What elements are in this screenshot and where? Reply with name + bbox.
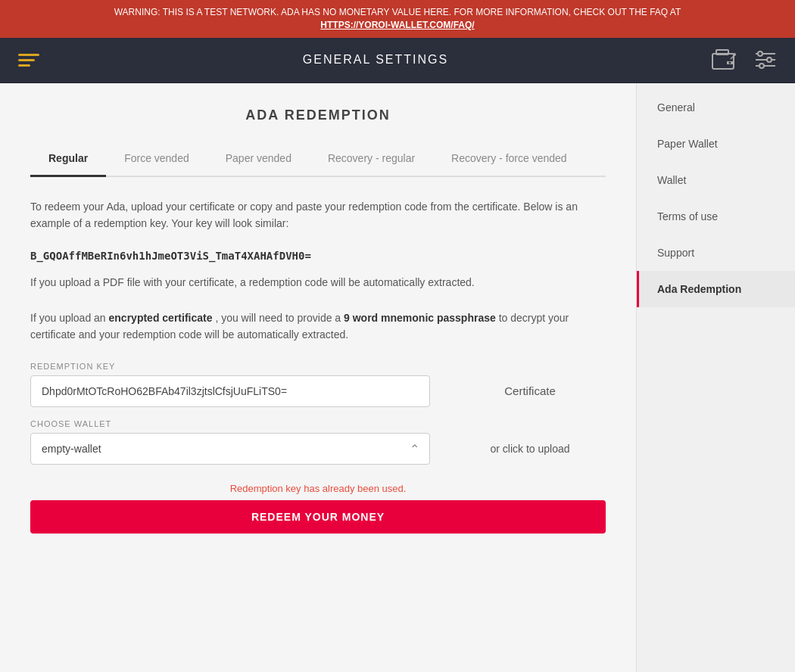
upload-label[interactable]: or click to upload: [490, 443, 569, 455]
code-example: B_GQOAffMBeRIn6vh1hJmeOT3ViS_TmaT4XAHAfD…: [30, 250, 606, 262]
svg-point-2: [728, 62, 731, 64]
form-left: REDEMPTION KEY CHOOSE WALLET empty-walle…: [30, 362, 430, 471]
logo-line-2: [18, 59, 35, 61]
page-title: ADA REDEMPTION: [30, 107, 606, 123]
tabs: Regular Force vended Paper vended Recove…: [30, 145, 606, 177]
redemption-key-label: REDEMPTION KEY: [30, 362, 430, 371]
description-1: To redeem your Ada, upload your certific…: [30, 198, 606, 232]
certificate-label: Certificate: [504, 384, 556, 397]
svg-rect-1: [716, 50, 728, 54]
wallet-icon: [712, 49, 736, 70]
encrypted-cert-bold: encrypted certificate: [109, 312, 213, 324]
form-section: REDEMPTION KEY CHOOSE WALLET empty-walle…: [30, 362, 606, 471]
mnemonic-bold: 9 word mnemonic passphrase: [344, 312, 496, 324]
choose-wallet-label: CHOOSE WALLET: [30, 419, 430, 428]
main-layout: ADA REDEMPTION Regular Force vended Pape…: [0, 83, 795, 672]
tab-recovery-regular[interactable]: Recovery - regular: [310, 145, 433, 177]
svg-point-5: [758, 51, 762, 56]
content-area: ADA REDEMPTION Regular Force vended Pape…: [0, 83, 636, 672]
sidebar: General Paper Wallet Wallet Terms of use…: [636, 83, 795, 672]
wallet-select-wrapper: empty-wallet ⌃: [30, 433, 430, 465]
header-icons: [709, 46, 780, 73]
sidebar-item-ada-redemption[interactable]: Ada Redemption: [637, 271, 795, 307]
tab-regular[interactable]: Regular: [30, 145, 106, 177]
sidebar-item-wallet[interactable]: Wallet: [637, 162, 795, 198]
settings-icon-button[interactable]: [751, 47, 780, 73]
logo-line-3: [18, 64, 30, 67]
wallet-select[interactable]: empty-wallet: [30, 433, 430, 465]
error-message: Redemption key has already been used.: [30, 483, 606, 494]
sidebar-item-terms-of-use[interactable]: Terms of use: [637, 198, 795, 235]
description-3: If you upload an encrypted certificate ,…: [30, 310, 606, 344]
svg-point-7: [767, 58, 772, 62]
sidebar-item-paper-wallet[interactable]: Paper Wallet: [637, 126, 795, 162]
app-logo: [15, 46, 42, 73]
warning-text: WARNING: THIS IS A TEST NETWORK. ADA HAS…: [114, 7, 681, 17]
form-right: Certificate or click to upload: [454, 362, 606, 455]
header: GENERAL SETTINGS: [0, 38, 795, 83]
description-2: If you upload a PDF file with your certi…: [30, 274, 606, 291]
settings-icon: [754, 50, 777, 70]
warning-link[interactable]: HTTPS://YOROI-WALLET.COM/FAQ/: [320, 20, 474, 30]
sidebar-item-general[interactable]: General: [637, 89, 795, 126]
redemption-key-input[interactable]: [30, 375, 430, 407]
tab-paper-vended[interactable]: Paper vended: [207, 145, 310, 177]
tab-recovery-force-vended[interactable]: Recovery - force vended: [433, 145, 585, 177]
warning-banner: WARNING: THIS IS A TEST NETWORK. ADA HAS…: [0, 0, 795, 38]
wallet-icon-button[interactable]: [709, 46, 739, 73]
sidebar-item-support[interactable]: Support: [637, 235, 795, 271]
header-title: GENERAL SETTINGS: [303, 53, 448, 67]
svg-point-9: [759, 64, 764, 68]
svg-point-3: [733, 53, 736, 56]
redeem-button[interactable]: REDEEM YOUR MONEY: [30, 500, 606, 534]
tab-force-vended[interactable]: Force vended: [106, 145, 207, 177]
logo-line-1: [18, 54, 39, 56]
